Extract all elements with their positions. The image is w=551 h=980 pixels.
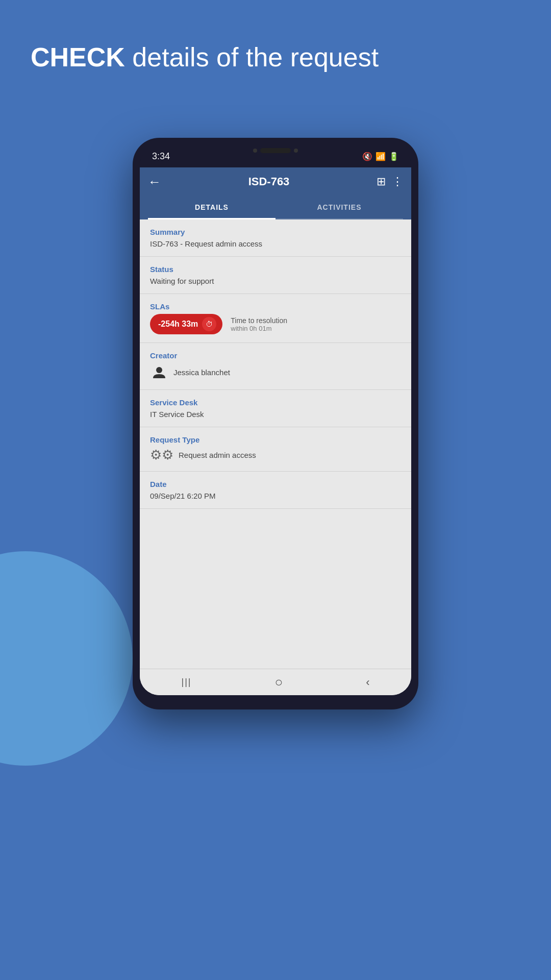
- app-title: ISD-763: [248, 175, 290, 188]
- tab-activities[interactable]: ACTIVITIES: [276, 196, 403, 218]
- app-header: ← ISD-763 ⊞ ⋮ DETAILS ACTIVITIES: [140, 167, 411, 219]
- bottom-navigation: ||| ○ ‹: [140, 669, 411, 695]
- content-area: Summary ISD-763 - Request admin access S…: [140, 219, 411, 669]
- service-desk-section: Service Desk IT Service Desk: [140, 390, 411, 427]
- slas-section: SLAs -254h 33m ⏱ Time to resolution with…: [140, 294, 411, 343]
- request-type-row: ⚙⚙ Request admin access: [150, 447, 401, 463]
- nav-menu-button[interactable]: |||: [181, 677, 191, 688]
- content-spacer: [140, 509, 411, 550]
- nav-home-button[interactable]: ○: [274, 674, 283, 690]
- creator-section: Creator Jessica blanchet: [140, 343, 411, 390]
- tab-bar: DETAILS ACTIVITIES: [148, 196, 403, 219]
- mute-icon: 🔇: [362, 152, 372, 161]
- date-label: Date: [150, 480, 401, 488]
- phone-screen: ← ISD-763 ⊞ ⋮ DETAILS ACTIVITIES: [140, 167, 411, 695]
- phone-notch: [253, 148, 298, 153]
- wifi-icon: 📶: [375, 152, 386, 161]
- app-title-bar: ← ISD-763 ⊞ ⋮: [148, 167, 403, 196]
- svg-point-0: [156, 367, 162, 373]
- request-type-label: Request Type: [150, 435, 401, 444]
- status-value: Waiting for support: [150, 277, 401, 285]
- sla-time: -254h 33m: [158, 320, 198, 329]
- date-section: Date 09/Sep/21 6:20 PM: [140, 472, 411, 509]
- more-icon[interactable]: ⋮: [392, 175, 403, 188]
- header-bold: CHECK: [31, 42, 125, 72]
- request-type-section: Request Type ⚙⚙ Request admin access: [140, 427, 411, 472]
- header-actions: ⊞ ⋮: [377, 175, 403, 188]
- speaker-slot: [260, 148, 291, 153]
- creator-label: Creator: [150, 351, 401, 360]
- phone-outer-shell: 3:34 🔇 📶 🔋 ← ISD-763 ⊞: [133, 138, 418, 709]
- back-button[interactable]: ←: [148, 174, 161, 190]
- slas-label: SLAs: [150, 302, 401, 311]
- status-time: 3:34: [152, 151, 170, 162]
- sla-resolution-sub: within 0h 01m: [231, 325, 287, 332]
- decorative-circle: [0, 551, 133, 766]
- status-label: Status: [150, 265, 401, 274]
- service-desk-label: Service Desk: [150, 398, 401, 407]
- status-bar: 3:34 🔇 📶 🔋: [140, 145, 411, 167]
- summary-label: Summary: [150, 228, 401, 236]
- page-header: CHECK details of the request: [31, 41, 379, 74]
- creator-avatar: [150, 363, 168, 381]
- status-section: Status Waiting for support: [140, 257, 411, 294]
- sla-resolution-title: Time to resolution: [231, 316, 287, 325]
- nav-back-button[interactable]: ‹: [366, 676, 369, 689]
- request-type-gear-icon: ⚙⚙: [150, 447, 173, 463]
- creator-name: Jessica blanchet: [173, 368, 230, 377]
- creator-row: Jessica blanchet: [150, 363, 401, 381]
- tab-details[interactable]: DETAILS: [148, 196, 276, 218]
- summary-value: ISD-763 - Request admin access: [150, 239, 401, 248]
- header-normal: details of the request: [125, 42, 379, 72]
- service-desk-value: IT Service Desk: [150, 410, 401, 419]
- add-icon[interactable]: ⊞: [377, 175, 386, 188]
- camera-dot: [253, 149, 257, 153]
- battery-icon: 🔋: [389, 152, 399, 161]
- sla-info: Time to resolution within 0h 01m: [231, 316, 287, 332]
- summary-section: Summary ISD-763 - Request admin access: [140, 219, 411, 257]
- sla-row: -254h 33m ⏱ Time to resolution within 0h…: [150, 314, 401, 334]
- phone-device: 3:34 🔇 📶 🔋 ← ISD-763 ⊞: [133, 138, 418, 709]
- date-value: 09/Sep/21 6:20 PM: [150, 492, 401, 500]
- sla-badge[interactable]: -254h 33m ⏱: [150, 314, 222, 334]
- status-icons: 🔇 📶 🔋: [362, 152, 399, 161]
- request-type-value: Request admin access: [179, 451, 256, 459]
- sla-clock-icon: ⏱: [202, 317, 216, 331]
- sensor-dot: [294, 149, 298, 153]
